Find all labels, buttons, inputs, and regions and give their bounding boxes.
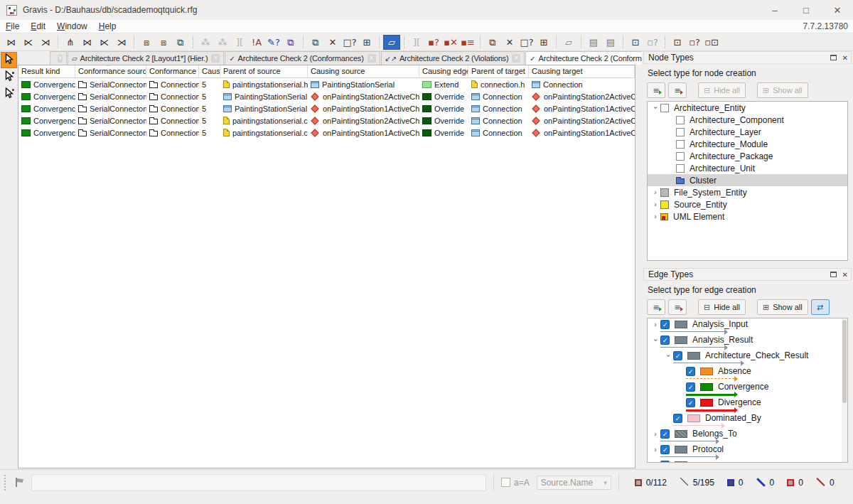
checkbox-checked[interactable]: ✓	[673, 351, 682, 360]
menu-edit[interactable]: Edit	[25, 21, 51, 32]
fold-subtree-button[interactable]: ⧈	[138, 35, 155, 50]
column-header-0[interactable]: Result kind	[18, 65, 75, 77]
view-3d-button[interactable]: ▤	[585, 35, 602, 50]
expander-icon[interactable]: ›	[650, 200, 660, 208]
close-panel-icon[interactable]: ✕	[842, 271, 848, 279]
show-all-button[interactable]: ⊞Show all	[757, 299, 808, 315]
column-header-5[interactable]: Causing source	[308, 65, 419, 77]
checkbox-checked[interactable]: ✓	[686, 398, 695, 407]
node-type-item-architecture-unit[interactable]: Architecture_Unit	[648, 162, 847, 174]
tab-close-icon[interactable]: ✕	[211, 54, 220, 63]
table-row[interactable]: ConvergenceSerialConnectonConnection5pai…	[18, 78, 635, 90]
save-layout-button[interactable]: ⊡	[669, 35, 686, 50]
checkbox-checked[interactable]: ✓	[660, 320, 670, 329]
show-range-button[interactable]: ][	[231, 35, 248, 50]
edge-creation-mode-toggle[interactable]: ▱	[383, 35, 400, 50]
select-nodes-tool[interactable]	[1, 69, 17, 85]
node-type-item-architecture-module[interactable]: Architecture_Module	[648, 138, 847, 150]
hide-all-button[interactable]: ⊟Hide all	[698, 82, 746, 98]
filter-input[interactable]	[31, 474, 486, 491]
float-panel-icon[interactable]	[830, 272, 837, 277]
checkbox-checked[interactable]: ✓	[660, 429, 670, 439]
layout-help-button[interactable]: ▫?	[644, 35, 661, 50]
collapse-checked-button[interactable]: ≡	[668, 82, 687, 98]
expander-icon[interactable]: ›	[650, 213, 660, 220]
expander-icon[interactable]: ›	[650, 321, 660, 328]
unfold-subtree-button[interactable]: ⧉	[172, 35, 189, 50]
tab-architecture-check-2-layout1-hier-[interactable]: ▱Architecture Check 2 [Layout1*] (Hier.)…	[68, 51, 224, 65]
hide-all-button[interactable]: ⊟Hide all	[698, 299, 746, 315]
node-type-item-architecture-package[interactable]: Architecture_Package	[648, 150, 847, 162]
edge-type-item-dominated-by[interactable]: ✓Dominated_By	[648, 412, 847, 428]
edge-properties-button[interactable]: □?	[518, 35, 535, 50]
collapse-outgoing-button[interactable]: ⋊	[37, 35, 54, 50]
maximize-button[interactable]: □	[790, 0, 822, 20]
float-panel-icon[interactable]	[830, 55, 837, 60]
menu-window[interactable]: Window	[51, 21, 93, 32]
column-header-6[interactable]: Causing edge	[419, 65, 468, 77]
edge-type-item-belongs-to[interactable]: ›✓Belongs_To	[648, 428, 847, 444]
table-row[interactable]: ConvergenceSerialConnectonConnection5Pai…	[18, 102, 635, 114]
menu-file[interactable]: File	[0, 21, 25, 32]
close-button[interactable]: ✕	[822, 0, 853, 20]
edge-filter-button[interactable]: ▪✕	[442, 35, 459, 50]
collapse-checked-button[interactable]: ≡	[668, 299, 687, 315]
checkbox-checked[interactable]: ✓	[686, 382, 695, 392]
node-type-item-architecture-entity[interactable]: ›Architecture_Entity	[648, 102, 847, 114]
column-header-8[interactable]: Causing target	[529, 65, 635, 77]
node-type-item-file-system-entity[interactable]: ›File_System_Entity	[648, 186, 847, 198]
menu-help[interactable]: Help	[93, 21, 122, 32]
link-edges-button[interactable]: ⊞	[535, 35, 552, 50]
resize-grip[interactable]	[845, 496, 851, 502]
edge-type-item-convergence[interactable]: ✓Convergence	[648, 381, 847, 397]
expand-checked-button[interactable]: ≡	[647, 82, 665, 98]
checkbox-checked[interactable]: ✓	[660, 461, 670, 463]
show-neighbors-button[interactable]: ⁂	[197, 35, 214, 50]
expander-icon[interactable]: ›	[652, 335, 660, 345]
delete-node-button[interactable]: ✕	[324, 35, 341, 50]
edge-type-item-divergence[interactable]: ✓Divergence	[648, 397, 847, 412]
table-row[interactable]: ConvergenceSerialConnectonConnection5pai…	[18, 127, 635, 139]
node-properties-button[interactable]: □?	[341, 35, 358, 50]
select-edges-tool[interactable]	[1, 86, 17, 102]
view-3d-alt-button[interactable]: ▤	[602, 35, 619, 50]
checkbox-checked[interactable]: ✓	[660, 336, 670, 345]
tab-architecture-check-2-conformances-[interactable]: ✓Architecture Check 2 (Conformances)✕	[525, 51, 642, 65]
expand-graph-button[interactable]: ⋈	[79, 35, 96, 50]
search-text-button[interactable]: !A	[248, 35, 265, 50]
close-panel-icon[interactable]: ✕	[842, 54, 848, 62]
node-type-item-architecture-layer[interactable]: Architecture_Layer	[648, 126, 847, 138]
search-column-select[interactable]: Source.Name ▾	[537, 476, 611, 490]
node-type-item-uml-element[interactable]: ›UML Element	[648, 210, 847, 222]
match-case-checkbox[interactable]	[501, 478, 510, 487]
expand-incoming-button[interactable]: ⋉	[96, 35, 113, 50]
edge-type-item-protocol[interactable]: ›✓Protocol	[648, 444, 847, 459]
link-nodes-button[interactable]: ⊞	[358, 35, 375, 50]
show-hierarchy-button[interactable]: ⁂	[214, 35, 231, 50]
node-query-tree-button[interactable]: ⧉	[282, 35, 299, 50]
toolbar-handle[interactable]	[4, 475, 7, 490]
tab-close-icon[interactable]: ✕	[512, 54, 520, 63]
copy-layout-button[interactable]: ⊡	[627, 35, 644, 50]
expander-icon[interactable]: ›	[652, 103, 660, 113]
edge-filter-list-button[interactable]: ▪≡	[459, 35, 476, 50]
tab-architecture-check-2-violations-[interactable]: ↙↗Architecture Check 2 (Violations)✕	[381, 51, 525, 65]
expander-icon[interactable]: ›	[650, 430, 660, 438]
expander-icon[interactable]: ›	[650, 446, 660, 454]
expander-icon[interactable]: ›	[665, 350, 672, 360]
new-node-button[interactable]: ⧉	[307, 35, 324, 50]
expand-outgoing-button[interactable]: ⋊	[113, 35, 130, 50]
column-header-1[interactable]: Conformance source^	[75, 65, 146, 77]
checkbox-checked[interactable]: ✓	[673, 414, 682, 423]
table-row[interactable]: ConvergenceSerialConnectonConnection5pai…	[18, 114, 635, 127]
delete-edge-button[interactable]: ✕	[501, 35, 518, 50]
column-header-7[interactable]: Parent of target	[468, 65, 529, 77]
node-type-item-architecture-component[interactable]: Architecture_Component	[648, 114, 847, 126]
column-header-2[interactable]: Conformance ta	[146, 65, 199, 77]
column-header-4[interactable]: Parent of source	[220, 65, 308, 77]
tab-stub[interactable]: ✕	[50, 51, 67, 65]
minimize-button[interactable]: –	[759, 0, 790, 20]
new-view-button[interactable]: ▫⊡	[703, 35, 720, 50]
table-row[interactable]: ConvergenceSerialConnectonConnection5Pai…	[18, 90, 635, 102]
expand-back-button[interactable]: ⋔	[62, 35, 79, 50]
